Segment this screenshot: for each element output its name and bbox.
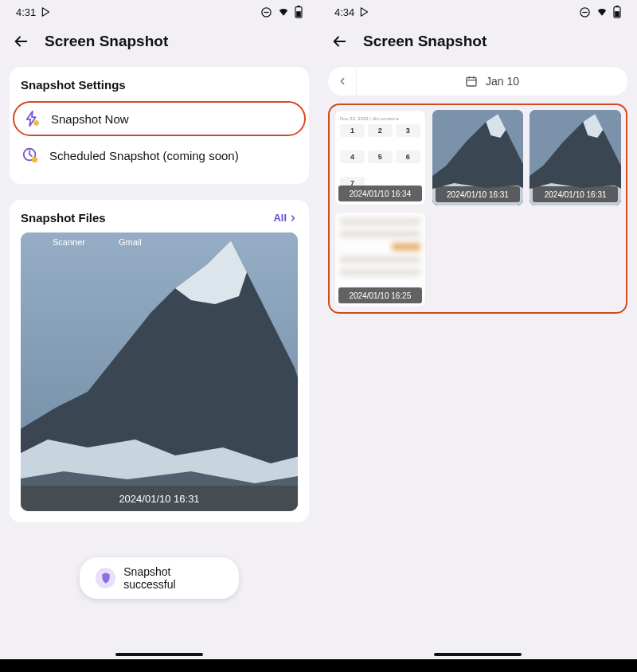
snapshot-thumb[interactable]: 2024/01/10 16:25 [334, 212, 426, 307]
settings-header: Snapshot Settings [21, 78, 298, 92]
svg-rect-3 [297, 6, 299, 7]
appbar: Screen Snapshot [0, 24, 318, 59]
prev-date-button[interactable] [328, 67, 357, 96]
preview-caption: 2024/01/10 16:31 [21, 486, 298, 511]
dnd-icon [260, 6, 272, 18]
all-label: All [273, 212, 287, 224]
svg-rect-13 [615, 11, 619, 17]
chevron-left-icon [337, 76, 348, 87]
snapshot-grid-highlight: Nov 22, 2023 | dirt correct ▸ 1 2 3 4 5 … [328, 104, 627, 314]
toast-text: Snapshot successful [123, 565, 223, 591]
clock-schedule-icon [21, 146, 40, 165]
settings-card: Snapshot Settings Snapshot Now Scheduled… [10, 67, 309, 184]
back-button[interactable] [330, 32, 349, 51]
dnd-icon [579, 6, 591, 18]
thumb-caption: 2024/01/10 16:25 [338, 287, 422, 303]
phone-left: 4:31 Screen Snapshot Snapshot Settings S… [0, 0, 318, 659]
clock: 4:34 [334, 6, 354, 18]
page-title: Screen Snapshot [45, 33, 168, 50]
battery-icon [295, 6, 303, 18]
svg-rect-4 [296, 11, 301, 17]
shield-icon [96, 568, 115, 588]
snapshot-now-label: Snapshot Now [51, 112, 129, 126]
back-button[interactable] [11, 32, 30, 51]
date-picker[interactable]: Jan 10 [357, 75, 627, 88]
preview-app-label: Scanner [53, 237, 85, 247]
page-title: Screen Snapshot [363, 33, 487, 50]
svg-rect-12 [616, 6, 618, 7]
play-store-icon [359, 6, 370, 18]
svg-rect-14 [467, 77, 476, 86]
preview-app-label: Gmail [119, 237, 142, 247]
wifi-icon [596, 6, 608, 18]
toast: Snapshot successful [80, 557, 239, 599]
snapshot-thumb[interactable]: Nov 22, 2023 | dirt correct ▸ 1 2 3 4 5 … [334, 110, 426, 205]
appbar: Screen Snapshot [318, 24, 637, 59]
snapshot-now-button[interactable]: Snapshot Now [13, 101, 306, 136]
chevron-right-icon [288, 213, 298, 223]
play-store-icon [41, 6, 52, 18]
scheduled-snapshot-row: Scheduled Snapshot (coming soon) [21, 138, 298, 173]
lightning-icon [22, 109, 41, 128]
footer-bar [0, 659, 637, 672]
all-link[interactable]: All [273, 212, 298, 224]
clock: 4:31 [16, 6, 36, 18]
svg-point-5 [33, 120, 38, 125]
thumb-caption: 2024/01/10 16:31 [436, 186, 521, 202]
snapshot-preview[interactable]: Scanner Gmail 2024/01/10 16:31 [21, 232, 298, 511]
wifi-icon [277, 6, 290, 18]
phone-right: 4:34 Screen Snapshot Jan 10 Nov 22, 2023… [318, 0, 637, 659]
statusbar: 4:34 [318, 0, 637, 24]
calendar-icon [465, 75, 478, 88]
arrow-left-icon [12, 33, 29, 50]
date-label: Jan 10 [486, 75, 519, 88]
statusbar: 4:31 [0, 0, 318, 24]
snapshot-grid: Nov 22, 2023 | dirt correct ▸ 1 2 3 4 5 … [334, 110, 621, 307]
battery-icon [613, 6, 621, 18]
scheduled-label: Scheduled Snapshot (coming soon) [49, 149, 239, 162]
nav-handle[interactable] [0, 648, 318, 659]
mountain-image [21, 232, 298, 511]
thumb-caption: 2024/01/10 16:31 [533, 186, 618, 202]
nav-handle[interactable] [318, 648, 637, 659]
snapshot-thumb[interactable]: 2024/01/10 16:31 [432, 110, 524, 205]
files-header: Snapshot Files [21, 211, 106, 225]
date-bar: Jan 10 [328, 67, 627, 96]
thumb-caption: 2024/01/10 16:34 [338, 186, 422, 201]
arrow-left-icon [330, 33, 348, 50]
svg-point-7 [32, 157, 37, 162]
snapshot-thumb[interactable]: 2024/01/10 16:31 [530, 110, 621, 205]
files-card: Snapshot Files All Scanner Gmail 20 [10, 200, 309, 522]
